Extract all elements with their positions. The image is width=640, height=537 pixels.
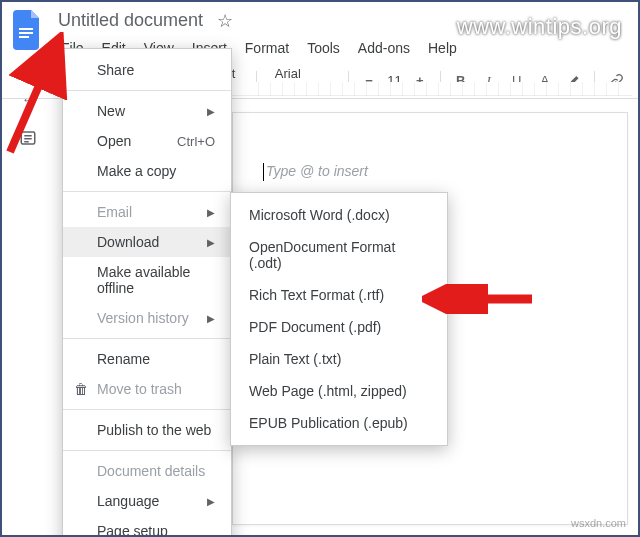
- download-rtf[interactable]: Rich Text Format (.rtf): [231, 279, 447, 311]
- docs-app-icon[interactable]: [10, 8, 46, 52]
- menu-page-setup[interactable]: Page setup: [63, 516, 231, 537]
- download-html[interactable]: Web Page (.html, zipped): [231, 375, 447, 407]
- download-submenu: Microsoft Word (.docx) OpenDocument Form…: [230, 192, 448, 446]
- document-title[interactable]: Untitled document: [54, 8, 207, 33]
- download-odt[interactable]: OpenDocument Format (.odt): [231, 231, 447, 279]
- menu-format[interactable]: Format: [238, 37, 296, 59]
- trash-icon: 🗑: [73, 381, 89, 397]
- download-pdf[interactable]: PDF Document (.pdf): [231, 311, 447, 343]
- menu-language[interactable]: Language▶: [63, 486, 231, 516]
- menu-make-offline[interactable]: Make available offline: [63, 257, 231, 303]
- insert-placeholder: Type @ to insert: [263, 163, 368, 181]
- menu-document-details[interactable]: Document details: [63, 456, 231, 486]
- menu-share[interactable]: Share: [63, 55, 231, 85]
- menu-move-to-trash[interactable]: 🗑 Move to trash: [63, 374, 231, 404]
- file-menu-dropdown: Share New▶ OpenCtrl+O Make a copy Email▶…: [62, 48, 232, 537]
- svg-rect-1: [19, 32, 33, 34]
- menu-publish-web[interactable]: Publish to the web: [63, 415, 231, 445]
- menu-tools[interactable]: Tools: [300, 37, 347, 59]
- outline-icon[interactable]: [15, 125, 41, 154]
- menu-addons[interactable]: Add-ons: [351, 37, 417, 59]
- menu-download[interactable]: Download▶: [63, 227, 231, 257]
- svg-rect-0: [19, 28, 33, 30]
- menu-version-history[interactable]: Version history▶: [63, 303, 231, 333]
- svg-rect-2: [19, 36, 29, 38]
- submenu-arrow-icon: ▶: [207, 106, 215, 117]
- download-epub[interactable]: EPUB Publication (.epub): [231, 407, 447, 439]
- menu-help[interactable]: Help: [421, 37, 464, 59]
- submenu-arrow-icon: ▶: [207, 207, 215, 218]
- star-icon[interactable]: ☆: [217, 10, 233, 32]
- shortcut-label: Ctrl+O: [177, 134, 215, 149]
- submenu-arrow-icon: ▶: [207, 313, 215, 324]
- back-icon[interactable]: ←: [18, 88, 39, 111]
- download-txt[interactable]: Plain Text (.txt): [231, 343, 447, 375]
- menu-open[interactable]: OpenCtrl+O: [63, 126, 231, 156]
- menu-new[interactable]: New▶: [63, 96, 231, 126]
- submenu-arrow-icon: ▶: [207, 496, 215, 507]
- menu-email[interactable]: Email▶: [63, 197, 231, 227]
- submenu-arrow-icon: ▶: [207, 237, 215, 248]
- menu-make-copy[interactable]: Make a copy: [63, 156, 231, 186]
- menu-rename[interactable]: Rename: [63, 344, 231, 374]
- download-docx[interactable]: Microsoft Word (.docx): [231, 199, 447, 231]
